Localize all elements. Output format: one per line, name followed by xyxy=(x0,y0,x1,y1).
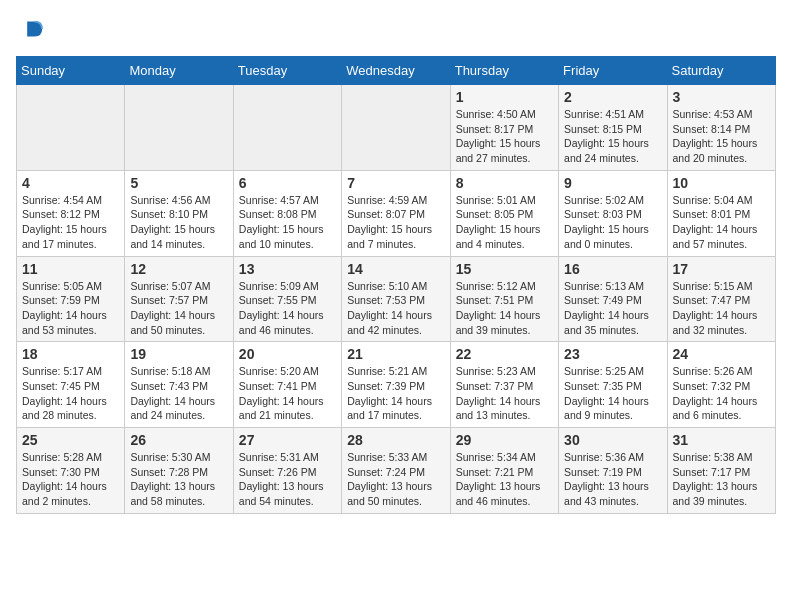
day-cell: 13Sunrise: 5:09 AMSunset: 7:55 PMDayligh… xyxy=(233,256,341,342)
day-cell: 2Sunrise: 4:51 AMSunset: 8:15 PMDaylight… xyxy=(559,85,667,171)
day-info: Sunrise: 5:38 AMSunset: 7:17 PMDaylight:… xyxy=(673,450,770,509)
day-cell: 26Sunrise: 5:30 AMSunset: 7:28 PMDayligh… xyxy=(125,428,233,514)
day-cell xyxy=(342,85,450,171)
day-info: Sunrise: 4:53 AMSunset: 8:14 PMDaylight:… xyxy=(673,107,770,166)
day-number: 30 xyxy=(564,432,661,448)
day-cell: 21Sunrise: 5:21 AMSunset: 7:39 PMDayligh… xyxy=(342,342,450,428)
col-header-tuesday: Tuesday xyxy=(233,57,341,85)
day-info: Sunrise: 5:34 AMSunset: 7:21 PMDaylight:… xyxy=(456,450,553,509)
day-cell: 11Sunrise: 5:05 AMSunset: 7:59 PMDayligh… xyxy=(17,256,125,342)
day-cell: 4Sunrise: 4:54 AMSunset: 8:12 PMDaylight… xyxy=(17,170,125,256)
day-cell: 20Sunrise: 5:20 AMSunset: 7:41 PMDayligh… xyxy=(233,342,341,428)
day-info: Sunrise: 5:33 AMSunset: 7:24 PMDaylight:… xyxy=(347,450,444,509)
day-info: Sunrise: 5:30 AMSunset: 7:28 PMDaylight:… xyxy=(130,450,227,509)
day-number: 3 xyxy=(673,89,770,105)
day-info: Sunrise: 5:36 AMSunset: 7:19 PMDaylight:… xyxy=(564,450,661,509)
day-number: 16 xyxy=(564,261,661,277)
col-header-thursday: Thursday xyxy=(450,57,558,85)
day-number: 9 xyxy=(564,175,661,191)
day-info: Sunrise: 5:21 AMSunset: 7:39 PMDaylight:… xyxy=(347,364,444,423)
day-number: 10 xyxy=(673,175,770,191)
day-number: 5 xyxy=(130,175,227,191)
day-number: 15 xyxy=(456,261,553,277)
day-info: Sunrise: 5:25 AMSunset: 7:35 PMDaylight:… xyxy=(564,364,661,423)
day-info: Sunrise: 5:23 AMSunset: 7:37 PMDaylight:… xyxy=(456,364,553,423)
week-row-4: 18Sunrise: 5:17 AMSunset: 7:45 PMDayligh… xyxy=(17,342,776,428)
week-row-1: 1Sunrise: 4:50 AMSunset: 8:17 PMDaylight… xyxy=(17,85,776,171)
day-number: 4 xyxy=(22,175,119,191)
day-info: Sunrise: 4:51 AMSunset: 8:15 PMDaylight:… xyxy=(564,107,661,166)
day-number: 6 xyxy=(239,175,336,191)
calendar-table: SundayMondayTuesdayWednesdayThursdayFrid… xyxy=(16,56,776,514)
day-number: 13 xyxy=(239,261,336,277)
day-number: 22 xyxy=(456,346,553,362)
logo-icon xyxy=(16,16,44,44)
day-cell: 9Sunrise: 5:02 AMSunset: 8:03 PMDaylight… xyxy=(559,170,667,256)
day-cell: 19Sunrise: 5:18 AMSunset: 7:43 PMDayligh… xyxy=(125,342,233,428)
day-cell: 14Sunrise: 5:10 AMSunset: 7:53 PMDayligh… xyxy=(342,256,450,342)
day-cell: 6Sunrise: 4:57 AMSunset: 8:08 PMDaylight… xyxy=(233,170,341,256)
day-number: 17 xyxy=(673,261,770,277)
day-cell: 15Sunrise: 5:12 AMSunset: 7:51 PMDayligh… xyxy=(450,256,558,342)
day-info: Sunrise: 5:12 AMSunset: 7:51 PMDaylight:… xyxy=(456,279,553,338)
day-info: Sunrise: 5:09 AMSunset: 7:55 PMDaylight:… xyxy=(239,279,336,338)
week-row-5: 25Sunrise: 5:28 AMSunset: 7:30 PMDayligh… xyxy=(17,428,776,514)
day-cell xyxy=(125,85,233,171)
day-number: 27 xyxy=(239,432,336,448)
day-info: Sunrise: 5:26 AMSunset: 7:32 PMDaylight:… xyxy=(673,364,770,423)
day-cell: 7Sunrise: 4:59 AMSunset: 8:07 PMDaylight… xyxy=(342,170,450,256)
day-cell: 12Sunrise: 5:07 AMSunset: 7:57 PMDayligh… xyxy=(125,256,233,342)
day-number: 23 xyxy=(564,346,661,362)
day-cell: 25Sunrise: 5:28 AMSunset: 7:30 PMDayligh… xyxy=(17,428,125,514)
day-number: 24 xyxy=(673,346,770,362)
day-number: 21 xyxy=(347,346,444,362)
day-cell: 27Sunrise: 5:31 AMSunset: 7:26 PMDayligh… xyxy=(233,428,341,514)
day-number: 14 xyxy=(347,261,444,277)
day-info: Sunrise: 4:59 AMSunset: 8:07 PMDaylight:… xyxy=(347,193,444,252)
day-info: Sunrise: 5:04 AMSunset: 8:01 PMDaylight:… xyxy=(673,193,770,252)
col-header-sunday: Sunday xyxy=(17,57,125,85)
day-cell: 28Sunrise: 5:33 AMSunset: 7:24 PMDayligh… xyxy=(342,428,450,514)
day-number: 20 xyxy=(239,346,336,362)
day-number: 19 xyxy=(130,346,227,362)
day-number: 28 xyxy=(347,432,444,448)
day-cell: 18Sunrise: 5:17 AMSunset: 7:45 PMDayligh… xyxy=(17,342,125,428)
day-info: Sunrise: 4:57 AMSunset: 8:08 PMDaylight:… xyxy=(239,193,336,252)
day-number: 8 xyxy=(456,175,553,191)
day-number: 25 xyxy=(22,432,119,448)
day-info: Sunrise: 4:56 AMSunset: 8:10 PMDaylight:… xyxy=(130,193,227,252)
day-info: Sunrise: 5:10 AMSunset: 7:53 PMDaylight:… xyxy=(347,279,444,338)
day-number: 12 xyxy=(130,261,227,277)
week-row-2: 4Sunrise: 4:54 AMSunset: 8:12 PMDaylight… xyxy=(17,170,776,256)
day-number: 1 xyxy=(456,89,553,105)
day-cell xyxy=(233,85,341,171)
day-info: Sunrise: 5:07 AMSunset: 7:57 PMDaylight:… xyxy=(130,279,227,338)
day-cell: 23Sunrise: 5:25 AMSunset: 7:35 PMDayligh… xyxy=(559,342,667,428)
day-number: 31 xyxy=(673,432,770,448)
day-number: 26 xyxy=(130,432,227,448)
day-cell: 30Sunrise: 5:36 AMSunset: 7:19 PMDayligh… xyxy=(559,428,667,514)
day-cell: 24Sunrise: 5:26 AMSunset: 7:32 PMDayligh… xyxy=(667,342,775,428)
day-number: 7 xyxy=(347,175,444,191)
day-info: Sunrise: 4:54 AMSunset: 8:12 PMDaylight:… xyxy=(22,193,119,252)
day-number: 29 xyxy=(456,432,553,448)
day-info: Sunrise: 5:01 AMSunset: 8:05 PMDaylight:… xyxy=(456,193,553,252)
day-cell: 31Sunrise: 5:38 AMSunset: 7:17 PMDayligh… xyxy=(667,428,775,514)
day-info: Sunrise: 5:18 AMSunset: 7:43 PMDaylight:… xyxy=(130,364,227,423)
day-number: 2 xyxy=(564,89,661,105)
logo xyxy=(16,16,48,44)
day-info: Sunrise: 5:05 AMSunset: 7:59 PMDaylight:… xyxy=(22,279,119,338)
day-info: Sunrise: 5:02 AMSunset: 8:03 PMDaylight:… xyxy=(564,193,661,252)
col-header-monday: Monday xyxy=(125,57,233,85)
day-cell: 17Sunrise: 5:15 AMSunset: 7:47 PMDayligh… xyxy=(667,256,775,342)
day-cell xyxy=(17,85,125,171)
day-number: 18 xyxy=(22,346,119,362)
col-header-friday: Friday xyxy=(559,57,667,85)
day-info: Sunrise: 5:17 AMSunset: 7:45 PMDaylight:… xyxy=(22,364,119,423)
day-cell: 3Sunrise: 4:53 AMSunset: 8:14 PMDaylight… xyxy=(667,85,775,171)
day-info: Sunrise: 4:50 AMSunset: 8:17 PMDaylight:… xyxy=(456,107,553,166)
col-header-saturday: Saturday xyxy=(667,57,775,85)
page-header xyxy=(16,16,776,44)
day-info: Sunrise: 5:15 AMSunset: 7:47 PMDaylight:… xyxy=(673,279,770,338)
header-row: SundayMondayTuesdayWednesdayThursdayFrid… xyxy=(17,57,776,85)
